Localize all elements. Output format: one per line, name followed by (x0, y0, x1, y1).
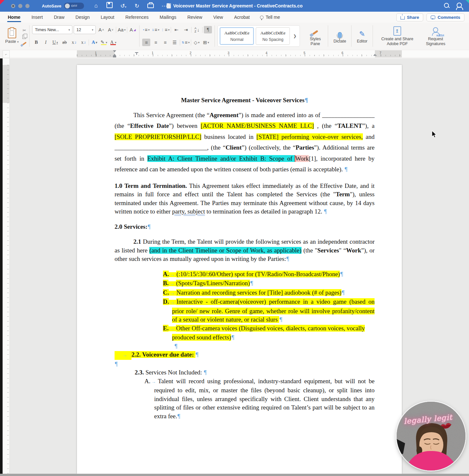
paragraph: C.→Narration and recording services for … (163, 288, 375, 298)
undo-icon[interactable]: ↺▾ (120, 3, 127, 9)
format-painter-button[interactable] (22, 42, 27, 45)
editor-button[interactable]: ✎ Editor (354, 27, 370, 45)
vertical-ruler[interactable] (3, 58, 10, 474)
tab-layout[interactable]: Layout (100, 13, 115, 22)
text-run: C. (163, 289, 169, 296)
pilcrow-mark: ¶ (115, 360, 118, 367)
paste-icon (8, 28, 16, 38)
hanging-indent-marker[interactable] (113, 54, 116, 57)
screen-corner-teal (466, 0, 469, 3)
bullets-button[interactable]: •≡ ▾ (142, 26, 150, 33)
text-run: Talent will record using professional, i… (154, 378, 375, 420)
tab-tell-me[interactable]: Tell me (260, 15, 280, 20)
paragraph: 1.0 Term and Termination. This Agreement… (115, 182, 375, 216)
borders-button[interactable]: ⊞ ▾ (202, 39, 210, 46)
text-run: _________________ (322, 112, 375, 118)
dictate-button[interactable]: Dictate (331, 27, 349, 45)
pilcrow-mark: ¶ (344, 166, 348, 173)
shrink-font-button[interactable]: A˅ (106, 26, 115, 33)
pilcrow-mark: ¶ (195, 351, 199, 358)
strikethrough-button[interactable]: ab (60, 39, 68, 46)
style-no-spacing[interactable]: AaBbCcDdEe No Spacing (256, 27, 290, 45)
request-signatures-button[interactable]: Request Signatures (419, 25, 452, 48)
sort-button[interactable]: AZ↓ (193, 26, 201, 33)
comments-button[interactable]: Comments (426, 13, 464, 21)
shading-button[interactable]: ◇ ▾ (192, 39, 201, 46)
text-run: Effective Date (130, 122, 169, 129)
bold-button[interactable]: B (32, 39, 40, 46)
text-run: Work (295, 155, 309, 162)
align-right-button[interactable]: ≡ (161, 39, 169, 46)
share-button[interactable]: Share (396, 13, 424, 21)
tab-draw[interactable]: Draw (53, 13, 65, 22)
adobe-pdf-button[interactable]: Create and Share Adobe PDF (376, 25, 419, 48)
multilevel-list-button[interactable]: ⋮≡ ▾ (161, 26, 169, 33)
pilcrow-mark: ¶ (324, 208, 327, 215)
print-icon[interactable] (147, 2, 154, 10)
text-effects-button[interactable]: A ▾ (90, 39, 98, 46)
autosave-toggle[interactable]: AutoSave OFF (42, 3, 84, 9)
text-run: 1.0 Term and Termination. (115, 182, 187, 189)
first-line-indent-marker[interactable] (113, 50, 116, 52)
tab-stop-selector[interactable]: ⌐ (3, 50, 10, 58)
home-icon[interactable]: ⌂ (93, 3, 100, 9)
justify-button[interactable]: ☰ (170, 39, 179, 46)
subscript-button[interactable]: x2 (70, 39, 78, 46)
decrease-indent-button[interactable]: ⇤ (172, 26, 180, 33)
font-name-select[interactable]: Times New...▾ (32, 25, 72, 34)
right-indent-marker[interactable] (373, 54, 376, 56)
search-icon[interactable] (444, 3, 449, 9)
numbering-button[interactable]: 1≡ ▾ (152, 26, 160, 33)
style-normal[interactable]: AaBbCcDdEe Normal (220, 27, 254, 45)
text-run: (the “ (115, 122, 130, 129)
paragraph: 2.1 During the Term, the Talent will pro… (115, 238, 375, 263)
minimize-window-button[interactable] (18, 4, 22, 8)
tab-mailings[interactable]: Mailings (159, 13, 177, 22)
tab-references[interactable]: References (125, 13, 149, 22)
share-user-icon[interactable] (457, 3, 462, 9)
text-run: Narration and recording services for [Ti… (176, 289, 341, 296)
cut-button[interactable]: ✂ (22, 28, 27, 33)
tab-insert[interactable]: Insert (31, 13, 43, 22)
align-center-button[interactable]: ≡ (152, 39, 160, 46)
document-page[interactable]: Master Service Agreement - Voiceover Ser… (77, 65, 402, 474)
paste-button[interactable]: Paste ▾ (3, 27, 21, 45)
grow-font-button[interactable]: A˄ (97, 26, 105, 33)
styles-pane-button[interactable]: Styles Pane (305, 25, 325, 48)
tab-home[interactable]: Home (7, 13, 21, 22)
change-case-button[interactable]: Aa ▾ (117, 26, 126, 33)
zoom-window-button[interactable] (25, 4, 30, 8)
horizontal-ruler[interactable]: 1 1234567 (10, 50, 469, 57)
font-size-select[interactable]: 12▾ (74, 25, 96, 34)
redo-icon[interactable]: ↻ (133, 3, 141, 9)
increase-indent-button[interactable]: ⇥ (182, 26, 190, 33)
editor-pencil-icon: ✎ (359, 30, 365, 38)
tab-stop-marker[interactable] (136, 52, 137, 55)
tab-view[interactable]: View (213, 13, 224, 22)
tab-review[interactable]: Review (187, 13, 203, 22)
autosave-knob (65, 4, 70, 8)
clear-formatting-button[interactable]: A◢ (129, 26, 137, 33)
styles-gallery-expander[interactable]: ❯ (292, 34, 298, 38)
align-left-button[interactable]: ≡ (142, 39, 150, 46)
tab-acrobat[interactable]: Acrobat (233, 13, 250, 22)
window-controls[interactable] (11, 4, 30, 8)
italic-button[interactable]: I (42, 39, 50, 46)
close-window-button[interactable] (11, 4, 15, 8)
superscript-button[interactable]: x2 (79, 39, 87, 46)
tab-mark: → (169, 291, 176, 296)
text-run: ”), a (362, 122, 375, 129)
highlight-color-button[interactable]: ✎ ▾ (100, 39, 108, 46)
save-icon[interactable] (106, 2, 113, 10)
pilcrow-mark: ¶ (341, 289, 345, 296)
copy-button[interactable] (22, 35, 26, 39)
show-formatting-marks-button[interactable]: ¶ (204, 26, 212, 33)
tab-design[interactable]: Design (75, 13, 91, 22)
text-run: Parties (296, 144, 314, 151)
line-spacing-button[interactable]: ⇅≡ ▾ (181, 39, 190, 46)
text-run: business located in (201, 133, 256, 140)
underline-button[interactable]: U ▾ (51, 39, 59, 46)
text-run: [SOLE PROPRIETORSHIP/LLC] (115, 133, 201, 140)
ruler-number: 2 (190, 51, 191, 55)
font-color-button[interactable]: A ▾ (109, 39, 117, 46)
